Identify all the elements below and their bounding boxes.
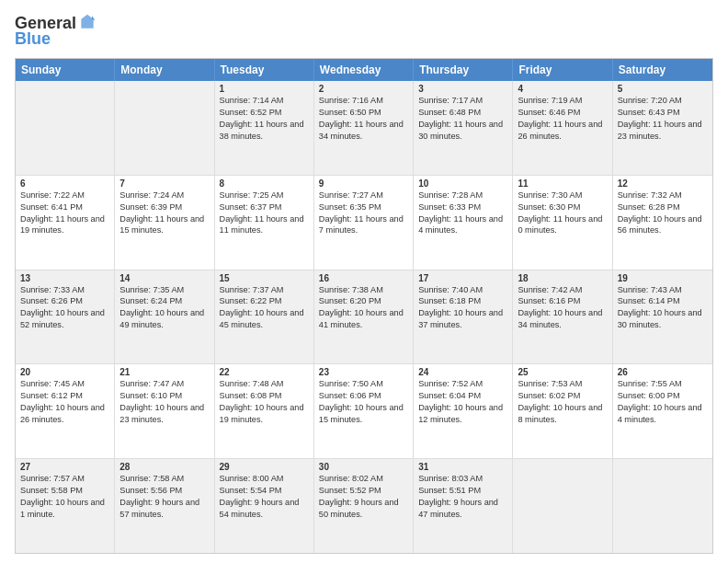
day-number: 10: [418, 178, 507, 189]
day-info: Sunrise: 7:19 AM Sunset: 6:46 PM Dayligh…: [518, 95, 607, 143]
calendar-cell: 13Sunrise: 7:33 AM Sunset: 6:26 PM Dayli…: [16, 270, 115, 364]
day-number: 21: [119, 367, 209, 377]
calendar-cell: 17Sunrise: 7:40 AM Sunset: 6:18 PM Dayli…: [414, 270, 513, 364]
day-info: Sunrise: 7:43 AM Sunset: 6:14 PM Dayligh…: [618, 284, 708, 332]
calendar-cell: 23Sunrise: 7:50 AM Sunset: 6:06 PM Dayli…: [314, 364, 414, 458]
day-info: Sunrise: 7:53 AM Sunset: 6:02 PM Dayligh…: [518, 378, 607, 426]
calendar-row-1: 1Sunrise: 7:14 AM Sunset: 6:52 PM Daylig…: [16, 81, 712, 175]
day-info: Sunrise: 8:00 AM Sunset: 5:54 PM Dayligh…: [220, 473, 309, 521]
calendar-cell: 31Sunrise: 8:03 AM Sunset: 5:51 PM Dayli…: [414, 459, 513, 553]
day-number: 18: [518, 273, 607, 283]
day-info: Sunrise: 7:35 AM Sunset: 6:24 PM Dayligh…: [119, 284, 209, 332]
header-day-saturday: Saturday: [613, 59, 712, 81]
day-number: 15: [220, 273, 309, 283]
day-number: 17: [418, 273, 507, 283]
day-info: Sunrise: 7:27 AM Sunset: 6:35 PM Dayligh…: [319, 190, 408, 237]
day-info: Sunrise: 7:28 AM Sunset: 6:33 PM Dayligh…: [418, 190, 507, 237]
calendar-cell: [115, 81, 214, 175]
day-info: Sunrise: 7:32 AM Sunset: 6:28 PM Dayligh…: [618, 190, 708, 237]
day-number: 7: [119, 178, 209, 189]
header-day-thursday: Thursday: [414, 59, 513, 81]
header-day-friday: Friday: [513, 59, 612, 81]
day-info: Sunrise: 7:55 AM Sunset: 6:00 PM Dayligh…: [618, 378, 708, 426]
calendar-cell: 28Sunrise: 7:58 AM Sunset: 5:56 PM Dayli…: [115, 459, 214, 553]
calendar-row-4: 20Sunrise: 7:45 AM Sunset: 6:12 PM Dayli…: [16, 363, 712, 458]
calendar-header: SundayMondayTuesdayWednesdayThursdayFrid…: [16, 59, 712, 81]
header-day-sunday: Sunday: [16, 59, 115, 81]
day-info: Sunrise: 7:14 AM Sunset: 6:52 PM Dayligh…: [220, 95, 309, 143]
day-info: Sunrise: 7:58 AM Sunset: 5:56 PM Dayligh…: [119, 473, 209, 521]
calendar-cell: [513, 459, 612, 553]
day-number: 3: [418, 84, 507, 94]
day-info: Sunrise: 7:22 AM Sunset: 6:41 PM Dayligh…: [20, 190, 109, 237]
calendar-cell: 1Sunrise: 7:14 AM Sunset: 6:52 PM Daylig…: [215, 81, 314, 175]
day-info: Sunrise: 7:45 AM Sunset: 6:12 PM Dayligh…: [20, 378, 109, 426]
day-number: 8: [220, 178, 309, 189]
calendar-cell: [16, 81, 115, 175]
day-number: 11: [518, 178, 607, 189]
day-number: 13: [20, 273, 109, 283]
day-number: 24: [418, 367, 507, 377]
calendar-cell: 9Sunrise: 7:27 AM Sunset: 6:35 PM Daylig…: [314, 176, 414, 270]
calendar-cell: 16Sunrise: 7:38 AM Sunset: 6:20 PM Dayli…: [314, 270, 414, 364]
day-info: Sunrise: 7:40 AM Sunset: 6:18 PM Dayligh…: [418, 284, 507, 332]
calendar-cell: 24Sunrise: 7:52 AM Sunset: 6:04 PM Dayli…: [414, 364, 513, 458]
day-info: Sunrise: 8:02 AM Sunset: 5:52 PM Dayligh…: [319, 473, 408, 521]
header-day-wednesday: Wednesday: [314, 59, 414, 81]
day-number: 16: [319, 273, 408, 283]
day-info: Sunrise: 7:52 AM Sunset: 6:04 PM Dayligh…: [418, 378, 507, 426]
day-info: Sunrise: 7:33 AM Sunset: 6:26 PM Dayligh…: [20, 284, 109, 332]
day-number: 22: [220, 367, 309, 377]
logo: General Blue: [15, 15, 97, 49]
logo-icon: [78, 13, 97, 31]
day-number: 29: [220, 462, 309, 472]
calendar-cell: 21Sunrise: 7:47 AM Sunset: 6:10 PM Dayli…: [115, 364, 214, 458]
calendar-cell: 3Sunrise: 7:17 AM Sunset: 6:48 PM Daylig…: [414, 81, 513, 175]
calendar-cell: 2Sunrise: 7:16 AM Sunset: 6:50 PM Daylig…: [314, 81, 414, 175]
day-info: Sunrise: 7:16 AM Sunset: 6:50 PM Dayligh…: [319, 95, 408, 143]
calendar-row-2: 6Sunrise: 7:22 AM Sunset: 6:41 PM Daylig…: [16, 175, 712, 270]
day-number: 23: [319, 367, 408, 377]
day-info: Sunrise: 7:24 AM Sunset: 6:39 PM Dayligh…: [119, 190, 209, 237]
calendar-cell: 7Sunrise: 7:24 AM Sunset: 6:39 PM Daylig…: [115, 176, 214, 270]
day-info: Sunrise: 7:57 AM Sunset: 5:58 PM Dayligh…: [20, 473, 109, 521]
calendar-cell: 4Sunrise: 7:19 AM Sunset: 6:46 PM Daylig…: [513, 81, 612, 175]
day-info: Sunrise: 7:17 AM Sunset: 6:48 PM Dayligh…: [418, 95, 507, 143]
calendar-cell: [613, 459, 712, 553]
header-day-tuesday: Tuesday: [215, 59, 314, 81]
day-number: 14: [119, 273, 209, 283]
day-info: Sunrise: 7:38 AM Sunset: 6:20 PM Dayligh…: [319, 284, 408, 332]
calendar-cell: 10Sunrise: 7:28 AM Sunset: 6:33 PM Dayli…: [414, 176, 513, 270]
calendar-cell: 20Sunrise: 7:45 AM Sunset: 6:12 PM Dayli…: [16, 364, 115, 458]
day-info: Sunrise: 7:48 AM Sunset: 6:08 PM Dayligh…: [220, 378, 309, 426]
header-day-monday: Monday: [115, 59, 214, 81]
calendar-cell: 19Sunrise: 7:43 AM Sunset: 6:14 PM Dayli…: [613, 270, 712, 364]
calendar-cell: 30Sunrise: 8:02 AM Sunset: 5:52 PM Dayli…: [314, 459, 414, 553]
calendar-cell: 8Sunrise: 7:25 AM Sunset: 6:37 PM Daylig…: [215, 176, 314, 270]
day-number: 31: [418, 462, 507, 472]
calendar-cell: 18Sunrise: 7:42 AM Sunset: 6:16 PM Dayli…: [513, 270, 612, 364]
day-info: Sunrise: 7:47 AM Sunset: 6:10 PM Dayligh…: [119, 378, 209, 426]
calendar-cell: 14Sunrise: 7:35 AM Sunset: 6:24 PM Dayli…: [115, 270, 214, 364]
day-number: 2: [319, 84, 408, 94]
day-number: 19: [618, 273, 708, 283]
calendar-cell: 6Sunrise: 7:22 AM Sunset: 6:41 PM Daylig…: [16, 176, 115, 270]
day-number: 1: [220, 84, 309, 94]
day-number: 27: [20, 462, 109, 472]
calendar-cell: 22Sunrise: 7:48 AM Sunset: 6:08 PM Dayli…: [215, 364, 314, 458]
calendar-cell: 15Sunrise: 7:37 AM Sunset: 6:22 PM Dayli…: [215, 270, 314, 364]
day-number: 12: [618, 178, 708, 189]
day-number: 25: [518, 367, 607, 377]
calendar: SundayMondayTuesdayWednesdayThursdayFrid…: [15, 58, 713, 554]
day-number: 5: [618, 84, 708, 94]
day-number: 9: [319, 178, 408, 189]
day-info: Sunrise: 7:50 AM Sunset: 6:06 PM Dayligh…: [319, 378, 408, 426]
calendar-cell: 12Sunrise: 7:32 AM Sunset: 6:28 PM Dayli…: [613, 176, 712, 270]
calendar-body: 1Sunrise: 7:14 AM Sunset: 6:52 PM Daylig…: [16, 81, 712, 553]
calendar-cell: 29Sunrise: 8:00 AM Sunset: 5:54 PM Dayli…: [215, 459, 314, 553]
day-info: Sunrise: 7:30 AM Sunset: 6:30 PM Dayligh…: [518, 190, 607, 237]
day-number: 30: [319, 462, 408, 472]
day-number: 28: [119, 462, 209, 472]
calendar-cell: 27Sunrise: 7:57 AM Sunset: 5:58 PM Dayli…: [16, 459, 115, 553]
calendar-row-3: 13Sunrise: 7:33 AM Sunset: 6:26 PM Dayli…: [16, 270, 712, 364]
